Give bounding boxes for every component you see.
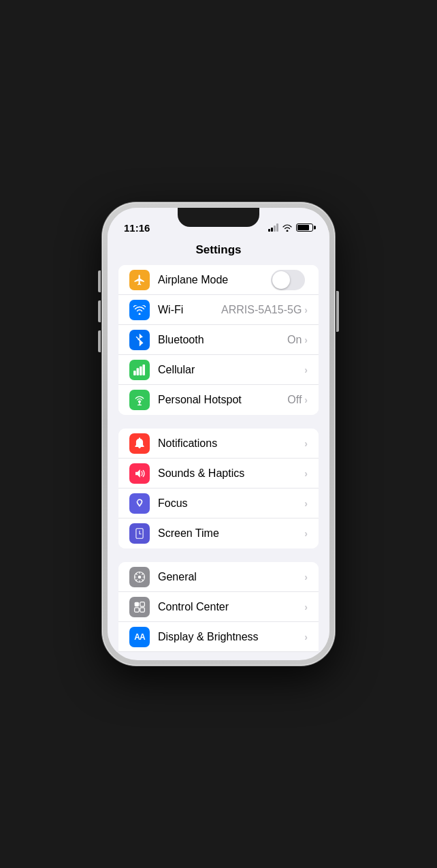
display-brightness-icon: AA [129,627,150,647]
svg-point-5 [139,437,140,439]
screen-time-chevron: › [304,528,308,539]
svg-rect-10 [140,602,145,606]
personal-hotspot-label: Personal Hotspot [158,394,287,406]
svg-rect-0 [133,370,136,375]
notifications-icon [129,433,150,454]
control-center-chevron: › [304,602,308,613]
wifi-value: ARRIS-5A15-5G [221,304,302,316]
settings-row-focus[interactable]: Focus › [118,489,319,518]
bluetooth-label: Bluetooth [158,334,287,346]
battery-fill [297,225,309,230]
control-center-label: Control Center [158,601,304,613]
status-time: 11:16 [124,222,150,234]
settings-row-airplane-mode[interactable]: Airplane Mode [118,265,319,295]
svg-marker-6 [135,469,140,478]
sounds-haptics-label: Sounds & Haptics [158,467,304,480]
settings-row-general[interactable]: General › [118,562,319,592]
settings-row-display-brightness[interactable]: AA Display & Brightness › [118,622,319,652]
bluetooth-value: On [287,334,302,346]
general-label: General [158,571,304,583]
general-chevron: › [304,572,308,583]
personal-hotspot-value: Off [287,394,302,406]
signal-icon [268,223,278,232]
wifi-label: Wi-Fi [158,304,221,316]
page-title: Settings [108,243,329,257]
svg-rect-9 [135,602,140,606]
settings-content[interactable]: Airplane Mode Wi-Fi [108,265,329,652]
airplane-mode-toggle-knob [272,271,290,289]
personal-hotspot-chevron: › [304,394,308,405]
settings-row-screen-time[interactable]: Screen Time › [118,518,319,548]
notifications-group: Notifications › Sounds & Haptics › [118,429,319,548]
general-icon [129,567,150,587]
notch [178,208,259,227]
settings-row-cellular[interactable]: Cellular › [118,355,319,385]
focus-icon [129,493,150,514]
wifi-icon [129,300,150,320]
phone-frame: 11:16 Settings [102,202,335,666]
connectivity-group: Airplane Mode Wi-Fi [118,265,319,415]
control-center-icon [129,597,150,617]
notifications-label: Notifications [158,437,304,450]
wifi-status-icon [282,223,293,232]
hotspot-icon [129,390,150,410]
bluetooth-chevron: › [304,335,308,345]
cellular-label: Cellular [158,364,304,376]
svg-rect-11 [135,607,140,612]
battery-icon [296,223,313,232]
sounds-haptics-icon [129,463,150,484]
svg-rect-1 [137,368,140,375]
phone-screen: 11:16 Settings [108,208,329,660]
svg-rect-12 [140,607,145,612]
settings-row-bluetooth[interactable]: Bluetooth On › [118,325,319,355]
settings-row-control-center[interactable]: Control Center › [118,592,319,622]
svg-rect-2 [140,366,142,375]
screen-time-icon [129,523,150,544]
svg-point-8 [138,575,142,578]
display-brightness-label: Display & Brightness [158,631,304,643]
cellular-icon [129,360,150,380]
status-icons [268,223,313,232]
settings-row-wifi[interactable]: Wi-Fi ARRIS-5A15-5G › [118,295,319,325]
cellular-chevron: › [304,365,308,375]
notifications-chevron: › [304,438,308,449]
wifi-chevron: › [304,305,308,315]
focus-chevron: › [304,498,308,509]
general-group: General › Control Center › [118,562,319,652]
settings-row-notifications[interactable]: Notifications › [118,429,319,459]
focus-label: Focus [158,497,304,510]
airplane-mode-icon [129,270,150,290]
sounds-haptics-chevron: › [304,468,308,479]
svg-rect-3 [142,365,145,375]
airplane-mode-label: Airplane Mode [158,274,271,286]
bluetooth-icon [129,330,150,350]
airplane-mode-toggle[interactable] [271,270,305,290]
display-brightness-chevron: › [304,632,308,642]
settings-row-sounds-haptics[interactable]: Sounds & Haptics › [118,459,319,489]
settings-row-personal-hotspot[interactable]: Personal Hotspot Off › [118,385,319,415]
screen-time-label: Screen Time [158,527,304,540]
page-title-bar: Settings [108,238,329,265]
